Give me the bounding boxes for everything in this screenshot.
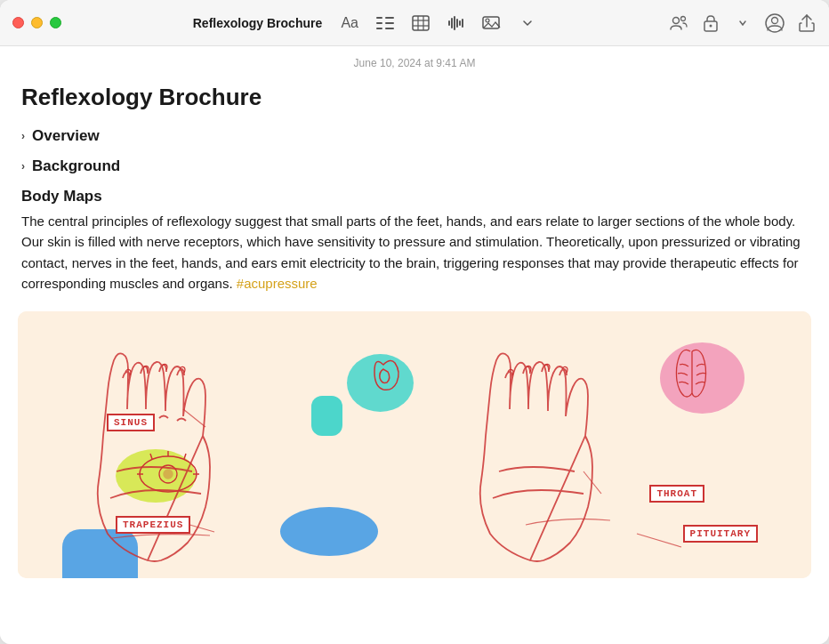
sinus-label: SINUS	[107, 414, 155, 431]
throat-label: THROAT	[649, 485, 704, 503]
timestamp: June 10, 2024 at 9:41 AM	[18, 46, 811, 84]
media-button[interactable]	[482, 13, 502, 33]
svg-line-33	[183, 409, 205, 427]
hand-illustration-container: SINUS TRAPEZIUS THROAT PITUITARY	[18, 311, 811, 578]
titlebar-center: Reflexology Brochure Aa	[61, 13, 669, 33]
background-section-title: Background	[32, 157, 120, 175]
lock-button[interactable]	[701, 13, 720, 33]
svg-rect-0	[376, 17, 382, 19]
hashtag[interactable]: #acupressure	[237, 276, 318, 291]
share-button[interactable]	[797, 13, 817, 33]
close-button[interactable]	[12, 17, 24, 28]
svg-rect-4	[376, 28, 382, 29]
svg-rect-12	[451, 18, 453, 28]
svg-rect-5	[385, 28, 394, 29]
media-chevron[interactable]	[518, 13, 537, 33]
svg-rect-6	[413, 16, 429, 30]
svg-rect-3	[385, 22, 394, 24]
svg-point-20	[681, 16, 686, 20]
overview-section-header[interactable]: › Overview	[18, 127, 811, 145]
svg-rect-11	[448, 20, 450, 26]
table-button[interactable]	[411, 13, 431, 33]
overview-chevron-icon: ›	[21, 130, 25, 142]
body-maps-paragraph: The central principles of reflexology su…	[21, 211, 811, 294]
user-button[interactable]	[765, 13, 785, 33]
document-area: June 10, 2024 at 9:41 AM Reflexology Bro…	[0, 46, 829, 644]
toolbar-icons: Aa	[340, 13, 537, 33]
svg-line-32	[184, 454, 186, 459]
document-title: Reflexology Brochure	[193, 16, 322, 30]
minimize-button[interactable]	[31, 17, 43, 28]
list-format-button[interactable]	[375, 13, 395, 33]
background-chevron-icon: ›	[21, 160, 25, 173]
body-content: Body Maps The central principles of refl…	[18, 188, 811, 294]
font-size-button[interactable]: Aa	[340, 13, 359, 33]
svg-point-24	[772, 17, 778, 23]
svg-rect-16	[462, 19, 463, 28]
svg-point-18	[486, 19, 489, 22]
traffic-lights	[12, 17, 61, 28]
svg-rect-13	[454, 16, 455, 30]
document-main-title: Reflexology Brochure	[18, 84, 811, 111]
svg-line-36	[637, 534, 681, 547]
titlebar-right	[669, 13, 817, 33]
svg-rect-1	[385, 17, 394, 19]
svg-point-27	[164, 470, 173, 479]
svg-rect-2	[376, 22, 382, 24]
svg-point-19	[673, 17, 680, 23]
svg-point-22	[710, 24, 712, 27]
app-window: Reflexology Brochure Aa	[0, 0, 829, 644]
svg-rect-15	[459, 20, 461, 26]
collaborate-button[interactable]	[669, 13, 688, 33]
pituitary-label: PITUITARY	[683, 525, 758, 543]
background-section-header[interactable]: › Background	[18, 157, 811, 175]
overview-section-title: Overview	[32, 127, 100, 145]
maximize-button[interactable]	[50, 17, 61, 28]
body-maps-title: Body Maps	[21, 188, 811, 205]
svg-rect-14	[456, 19, 458, 28]
audio-button[interactable]	[447, 13, 466, 33]
svg-line-30	[150, 454, 152, 459]
lock-chevron-icon[interactable]	[733, 13, 753, 33]
trapezius-label: TRAPEZIUS	[116, 516, 190, 534]
titlebar: Reflexology Brochure Aa	[0, 0, 829, 46]
